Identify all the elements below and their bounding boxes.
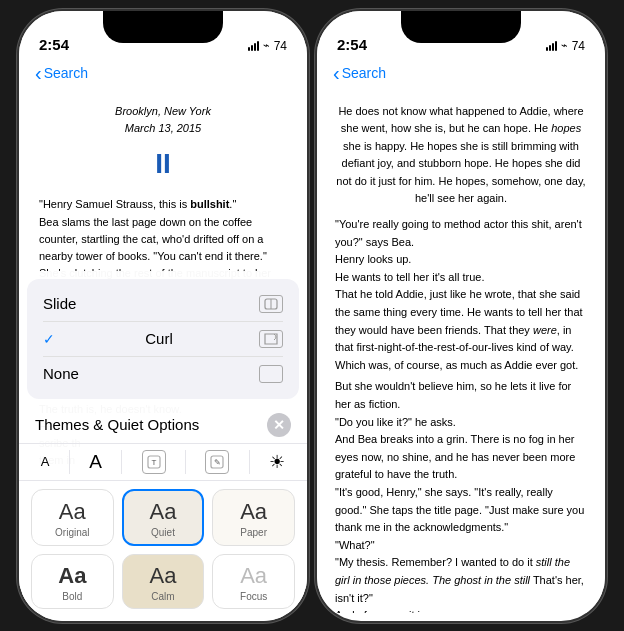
divider-2 bbox=[121, 450, 122, 474]
theme-original-label: Original bbox=[55, 527, 89, 538]
svg-text:✎: ✎ bbox=[214, 458, 221, 467]
theme-focus-label: Focus bbox=[240, 591, 267, 602]
divider-1 bbox=[69, 450, 70, 474]
font-style-icon[interactable]: T bbox=[142, 450, 166, 474]
none-option[interactable]: None bbox=[43, 357, 283, 391]
left-phone: 2:54 ⌁ 74 Search Brooklyn, N bbox=[19, 11, 307, 621]
time-left: 2:54 bbox=[39, 36, 69, 53]
book-header: Brooklyn, New York March 13, 2015 II bbox=[39, 103, 287, 187]
themes-label: Themes & Quiet Options bbox=[35, 416, 199, 433]
theme-calm-label: Calm bbox=[151, 591, 174, 602]
brightness-icon[interactable]: ☀ bbox=[269, 451, 285, 473]
battery-right: 74 bbox=[572, 39, 585, 53]
theme-paper-aa: Aa bbox=[240, 501, 267, 523]
none-icon bbox=[259, 365, 283, 383]
theme-calm[interactable]: Aa Calm bbox=[122, 554, 205, 609]
divider-4 bbox=[249, 450, 250, 474]
chapter-number: II bbox=[39, 142, 287, 187]
signal-icon-right bbox=[546, 41, 557, 51]
theme-paper-label: Paper bbox=[240, 527, 267, 538]
wifi-icon-right: ⌁ bbox=[561, 39, 568, 52]
font-controls-row: A A T ✎ ☀ bbox=[19, 443, 307, 481]
slide-icon bbox=[259, 295, 283, 313]
theme-bold-aa: Aa bbox=[58, 565, 86, 587]
small-font-button[interactable]: A bbox=[41, 454, 50, 469]
right-phone: 2:54 ⌁ 74 Search He does not know what bbox=[317, 11, 605, 621]
status-icons-right: ⌁ 74 bbox=[546, 39, 585, 53]
theme-paper[interactable]: Aa Paper bbox=[212, 489, 295, 546]
notch bbox=[103, 11, 223, 43]
slide-label: Slide bbox=[43, 295, 76, 312]
theme-quiet-label: Quiet bbox=[151, 527, 175, 538]
none-label: None bbox=[43, 365, 79, 382]
theme-quiet-aa: Aa bbox=[150, 501, 177, 523]
nav-bar-left: Search bbox=[19, 59, 307, 91]
back-button-right[interactable]: Search bbox=[333, 63, 386, 83]
close-button[interactable]: ✕ bbox=[267, 413, 291, 437]
theme-original[interactable]: Aa Original bbox=[31, 489, 114, 546]
curl-icon bbox=[259, 330, 283, 348]
theme-grid: Aa Original Aa Quiet Aa Paper Aa Bold Aa bbox=[19, 481, 307, 621]
divider-3 bbox=[185, 450, 186, 474]
curl-label: Curl bbox=[145, 330, 173, 347]
time-right: 2:54 bbox=[337, 36, 367, 53]
theme-quiet[interactable]: Aa Quiet bbox=[122, 489, 205, 546]
themes-row: Themes & Quiet Options ✕ bbox=[19, 407, 307, 443]
theme-bold-label: Bold bbox=[62, 591, 82, 602]
theme-calm-aa: Aa bbox=[150, 565, 177, 587]
signal-icon bbox=[248, 41, 259, 51]
overlay-panel: Slide ✓ Curl None bbox=[19, 271, 307, 621]
note-icon[interactable]: ✎ bbox=[205, 450, 229, 474]
large-font-button[interactable]: A bbox=[89, 451, 102, 473]
theme-focus-aa: Aa bbox=[240, 565, 267, 587]
svg-text:T: T bbox=[151, 458, 156, 467]
theme-bold[interactable]: Aa Bold bbox=[31, 554, 114, 609]
notch-right bbox=[401, 11, 521, 43]
back-label-left: Search bbox=[44, 65, 88, 81]
back-button-left[interactable]: Search bbox=[35, 63, 88, 83]
slide-option[interactable]: Slide bbox=[43, 287, 283, 322]
theme-focus[interactable]: Aa Focus bbox=[212, 554, 295, 609]
phones-container: 2:54 ⌁ 74 Search Brooklyn, N bbox=[19, 11, 605, 621]
nav-bar-right: Search bbox=[317, 59, 605, 91]
curl-option[interactable]: ✓ Curl bbox=[43, 322, 283, 357]
status-icons-left: ⌁ 74 bbox=[248, 39, 287, 53]
book-content-right: He does not know what happened to Addie,… bbox=[317, 91, 605, 613]
battery-left: 74 bbox=[274, 39, 287, 53]
theme-original-aa: Aa bbox=[59, 501, 86, 523]
transition-options: Slide ✓ Curl None bbox=[27, 279, 299, 399]
book-location: Brooklyn, New York March 13, 2015 bbox=[39, 103, 287, 138]
wifi-icon: ⌁ bbox=[263, 39, 270, 52]
back-label-right: Search bbox=[342, 65, 386, 81]
